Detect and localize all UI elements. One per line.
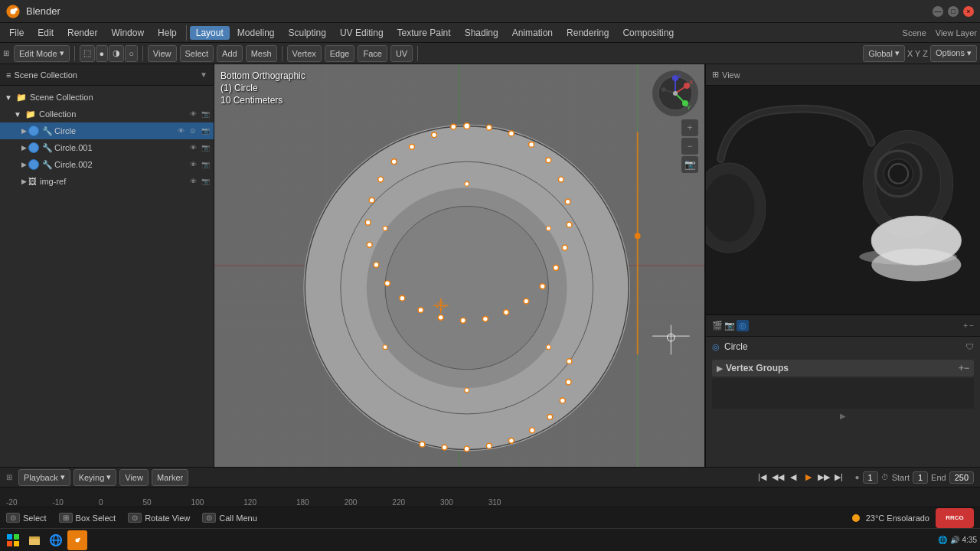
svg-rect-91 (7, 534, 12, 540)
view-menu[interactable]: View (148, 45, 177, 62)
vertex-label: Vertex (292, 49, 316, 58)
imgref-controls: 👁 📷 (188, 176, 211, 187)
scene-icon[interactable]: 🎬 (712, 321, 723, 331)
status-bar: ⊙ Select ⊞ Box Select ⊙ Rotate View ⊙ Ca… (0, 507, 980, 528)
c001-visibility[interactable]: 👁 (188, 142, 198, 153)
outliner-circle-002[interactable]: ▶ 🔧 Circle.002 👁 📷 (0, 156, 214, 173)
material-btn[interactable]: ◑ (109, 45, 124, 62)
workspace-animation[interactable]: Animation (506, 26, 559, 40)
mode-icon: ⊞ (3, 49, 9, 57)
outliner-circle[interactable]: ▶ 🔧 Circle 👁 ⊙ 📷 (0, 122, 214, 139)
sep2 (142, 46, 143, 61)
svg-point-90 (859, 249, 957, 265)
outliner-filter-icon[interactable]: ▼ (200, 70, 207, 79)
workspace-shading[interactable]: Shading (459, 26, 505, 40)
outliner-collection[interactable]: ▼ 📁 Collection 👁 📷 (0, 106, 214, 122)
svg-point-47 (530, 428, 535, 433)
vg-add-btn[interactable]: + (959, 363, 964, 373)
prev-frame-btn[interactable]: ◀ (786, 471, 800, 484)
viewport-canvas[interactable]: Bottom Orthographic (1) Circle 10 Centim… (214, 64, 704, 467)
imgref-render[interactable]: 📷 (200, 176, 211, 187)
minimize-button[interactable]: — (933, 6, 943, 17)
keyframe-end-btn[interactable]: ▶| (832, 471, 846, 484)
ie-button[interactable] (46, 530, 66, 550)
rendered-btn[interactable]: ○ (125, 45, 138, 62)
imgref-visibility[interactable]: 👁 (188, 176, 198, 187)
outliner-panel: ≡ Scene Collection ▼ ▼ 📁 Scene Collectio… (0, 64, 214, 467)
render-icon[interactable]: 📷 (200, 109, 211, 119)
vertex-groups-header[interactable]: ▶ Vertex Groups + − (712, 360, 974, 377)
prev-keyframe-btn[interactable]: ◀◀ (771, 471, 785, 484)
solid-btn[interactable]: ● (96, 45, 109, 62)
vertex-menu[interactable]: Vertex (287, 45, 322, 62)
c002-render[interactable]: 📷 (200, 159, 211, 170)
props-sub-btn[interactable]: − (969, 321, 974, 330)
add-menu[interactable]: Add (217, 45, 243, 62)
menu-render[interactable]: Render (61, 26, 103, 40)
start-frame-input[interactable]: 1 (913, 471, 928, 484)
mesh-menu[interactable]: Mesh (246, 45, 277, 62)
render-preview-area[interactable] (706, 86, 980, 314)
keying-dropdown[interactable]: Keying ▾ (74, 469, 117, 486)
render-icon-prop[interactable]: 📷 (724, 321, 735, 331)
workspace-layout[interactable]: Layout (190, 26, 230, 40)
circle-visibility[interactable]: 👁 (175, 126, 186, 136)
maximize-button[interactable]: □ (948, 6, 959, 17)
options-btn[interactable]: Options ▾ (930, 45, 977, 62)
end-frame-input[interactable]: 250 (949, 471, 974, 484)
mesh-icon-active[interactable]: ◎ (737, 320, 749, 331)
vg-sub-btn[interactable]: − (964, 363, 969, 373)
props-panel-header: 🎬 📷 ◎ + − (706, 315, 980, 337)
wireframe-btn[interactable]: ⬚ (80, 45, 95, 62)
zoom-in-btn[interactable]: + (681, 119, 698, 136)
keyframe-start-btn[interactable]: |◀ (756, 471, 769, 484)
workspace-texture-paint[interactable]: Texture Paint (391, 26, 457, 40)
menu-edit[interactable]: Edit (31, 26, 60, 40)
menu-help[interactable]: Help (152, 26, 183, 40)
outliner-circle-001[interactable]: ▶ 🔧 Circle.001 👁 📷 (0, 139, 214, 156)
explorer-button[interactable] (24, 530, 44, 550)
face-menu[interactable]: Face (358, 45, 387, 62)
workspace-uv-editing[interactable]: UV Editing (334, 26, 390, 40)
play-btn[interactable]: ▶ (802, 471, 815, 484)
timeline-marker-btn[interactable]: Marker (152, 469, 188, 486)
uv-menu[interactable]: UV (390, 45, 413, 62)
close-button[interactable]: × (963, 6, 974, 17)
svg-rect-96 (29, 539, 40, 545)
props-add-btn[interactable]: + (963, 321, 968, 330)
workspace-rendering[interactable]: Rendering (560, 26, 615, 40)
face-label: Face (363, 49, 381, 58)
select-menu[interactable]: Select (180, 45, 214, 62)
weather-label: 23°C Ensolarado (866, 514, 929, 523)
timeline-view-btn[interactable]: View (119, 469, 149, 486)
rotate-view-status: ⊙ Rotate View (128, 513, 190, 523)
zoom-out-btn[interactable]: − (681, 138, 698, 155)
outliner-scene-collection[interactable]: ▼ 📁 Scene Collection (0, 89, 214, 106)
camera-view-btn[interactable]: 📷 (681, 156, 698, 173)
timeline-track[interactable]: -20 -10 0 50 100 120 180 200 220 300 310 (0, 487, 980, 507)
edge-menu[interactable]: Edge (325, 45, 355, 62)
global-dropdown[interactable]: Global▾ (863, 45, 905, 62)
orientation-gizmo[interactable]: X Y Z (652, 70, 698, 116)
start-button[interactable] (3, 530, 23, 550)
props-more-icon[interactable]: ▶ (840, 412, 846, 420)
visibility-icon[interactable]: 👁 (188, 109, 198, 119)
edit-mode-dropdown[interactable]: Edit Mode ▾ (14, 45, 70, 62)
blender-taskbar-btn[interactable] (67, 530, 87, 550)
playback-dropdown[interactable]: Playback ▾ (18, 469, 70, 486)
menu-file[interactable]: File (3, 26, 30, 40)
next-frame-btn[interactable]: ▶▶ (817, 471, 831, 484)
workspace-compositing[interactable]: Compositing (616, 26, 680, 40)
outliner-img-ref[interactable]: ▶ 🖼 img-ref 👁 📷 (0, 173, 214, 190)
c002-visibility[interactable]: 👁 (188, 159, 198, 170)
c001-render[interactable]: 📷 (200, 142, 211, 153)
end-label: End (931, 473, 946, 482)
expand-icon: ▼ (3, 92, 14, 103)
menu-window[interactable]: Window (105, 26, 150, 40)
circle-select[interactable]: ⊙ (188, 126, 198, 136)
workspace-sculpting[interactable]: Sculpting (283, 26, 332, 40)
circle-render[interactable]: 📷 (200, 126, 211, 136)
mesh-label: Mesh (251, 49, 272, 58)
workspace-modeling[interactable]: Modeling (231, 26, 281, 40)
current-frame-input[interactable]: 1 (863, 471, 878, 484)
